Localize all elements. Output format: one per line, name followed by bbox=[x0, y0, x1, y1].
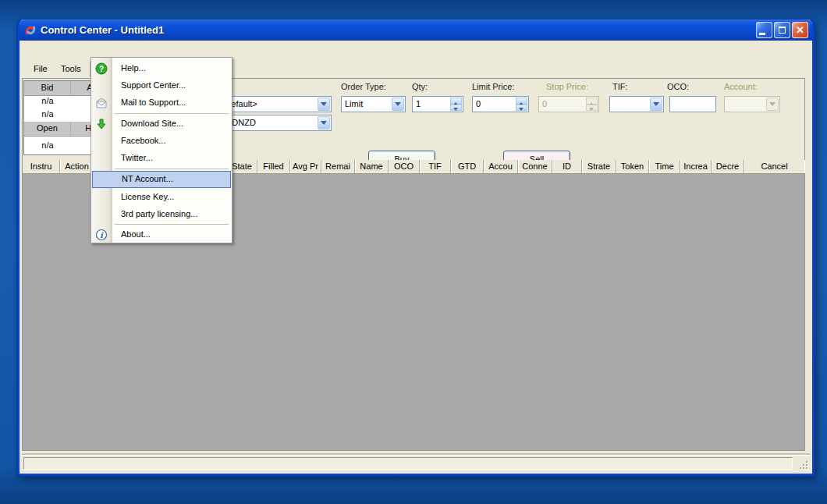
open-value: n/a bbox=[24, 140, 71, 150]
window-title: Control Center - Untitled1 bbox=[41, 24, 164, 36]
column-header[interactable]: Conne bbox=[518, 160, 552, 173]
qty-label: Qty: bbox=[412, 82, 428, 91]
chevron-down-icon[interactable] bbox=[318, 98, 330, 111]
menubar-tools[interactable]: Tools bbox=[55, 62, 87, 76]
column-header[interactable]: Time bbox=[649, 160, 680, 173]
chevron-down-icon bbox=[766, 98, 779, 111]
open-header[interactable]: Open bbox=[24, 122, 71, 136]
maximize-icon bbox=[779, 27, 786, 34]
column-header[interactable]: Strate bbox=[582, 160, 616, 173]
menu-item-download-site[interactable]: Download Site... bbox=[92, 115, 231, 133]
bid-value: n/a bbox=[24, 96, 71, 105]
chevron-down-icon[interactable] bbox=[392, 98, 404, 111]
tif-label: TIF: bbox=[612, 82, 628, 91]
menubar-file[interactable]: File bbox=[27, 62, 54, 76]
menu-item-about[interactable]: i About... bbox=[92, 226, 231, 243]
help-menu: ? Help... Support Center... Mail to Supp… bbox=[91, 57, 232, 243]
spin-down-icon[interactable] bbox=[516, 105, 527, 112]
minimize-button[interactable] bbox=[756, 22, 772, 38]
minimize-icon bbox=[759, 33, 765, 35]
account-template-combo[interactable]: <Default> bbox=[216, 96, 332, 112]
oco-input[interactable] bbox=[669, 96, 716, 112]
column-header[interactable]: Decre bbox=[712, 160, 744, 173]
spin-down-icon[interactable] bbox=[450, 105, 462, 112]
stop-price-stepper: 0 bbox=[538, 96, 599, 112]
close-button[interactable]: ✕ bbox=[792, 22, 808, 38]
spin-up-icon[interactable] bbox=[516, 98, 527, 105]
menu-item-help[interactable]: ? Help... bbox=[92, 60, 231, 77]
close-icon: ✕ bbox=[796, 25, 804, 35]
menu-item-nt-account[interactable]: NT Account... bbox=[92, 171, 231, 188]
column-header[interactable]: Name bbox=[355, 160, 389, 173]
control-center-window: Control Center - Untitled1 ✕ File Tools … bbox=[17, 20, 815, 476]
ninjatrader-logo-icon bbox=[24, 24, 37, 37]
column-header[interactable]: Increa bbox=[680, 160, 712, 173]
column-header[interactable]: TIF bbox=[420, 160, 451, 173]
tif-combo[interactable] bbox=[609, 96, 664, 112]
oco-label: OCO: bbox=[667, 82, 689, 91]
resize-grip[interactable] bbox=[797, 458, 807, 469]
mail-icon bbox=[95, 97, 108, 109]
column-header[interactable]: Cancel bbox=[744, 160, 804, 173]
menu-item-mail-to-support[interactable]: Mail to Support... bbox=[92, 94, 231, 112]
help-icon: ? bbox=[95, 62, 108, 75]
bid-value: n/a bbox=[24, 109, 71, 119]
menu-item-support-center[interactable]: Support Center... bbox=[92, 77, 231, 94]
menu-item-twitter[interactable]: Twitter... bbox=[92, 150, 231, 167]
column-header[interactable]: Remai bbox=[321, 160, 355, 173]
chevron-down-icon[interactable] bbox=[650, 98, 662, 111]
instrument-combo[interactable]: AUDNZD bbox=[216, 115, 332, 131]
spin-up-icon[interactable] bbox=[450, 98, 462, 105]
spin-down-icon bbox=[586, 105, 598, 112]
stop-price-label: Stop Price: bbox=[546, 82, 588, 91]
status-bar bbox=[22, 455, 810, 471]
menu-separator bbox=[115, 224, 229, 225]
column-header[interactable]: Action bbox=[60, 160, 94, 173]
order-type-combo[interactable]: Limit bbox=[341, 96, 406, 112]
download-icon bbox=[95, 118, 108, 130]
chevron-down-icon[interactable] bbox=[318, 116, 330, 130]
menu-separator bbox=[115, 113, 229, 114]
column-header[interactable]: Avg Pr bbox=[290, 160, 321, 173]
status-message bbox=[23, 457, 793, 470]
info-icon: i bbox=[95, 229, 108, 241]
column-header[interactable]: Token bbox=[616, 160, 649, 173]
maximize-button[interactable] bbox=[774, 22, 790, 38]
spin-up-icon bbox=[586, 98, 598, 105]
column-header[interactable]: GTD bbox=[451, 160, 484, 173]
account-label: Account: bbox=[724, 82, 758, 91]
limit-price-stepper[interactable]: 0 bbox=[472, 96, 529, 112]
column-header[interactable]: Accou bbox=[484, 160, 518, 173]
menu-item-facebook[interactable]: Facebook... bbox=[92, 133, 231, 150]
column-header[interactable]: Filled bbox=[257, 160, 290, 173]
bid-header[interactable]: Bid bbox=[24, 81, 71, 95]
menu-separator bbox=[115, 169, 229, 169]
menu-item-3rd-party-licensing[interactable]: 3rd party licensing... bbox=[92, 206, 231, 223]
column-header[interactable]: ID bbox=[552, 160, 582, 173]
title-bar[interactable]: Control Center - Untitled1 ✕ bbox=[20, 20, 812, 41]
qty-stepper[interactable]: 1 bbox=[412, 96, 463, 112]
order-type-label: Order Type: bbox=[341, 82, 386, 91]
limit-price-label: Limit Price: bbox=[472, 82, 514, 91]
desktop: Control Center - Untitled1 ✕ File Tools … bbox=[0, 0, 827, 504]
svg-text:?: ? bbox=[99, 65, 104, 73]
account-combo bbox=[724, 96, 780, 112]
column-header[interactable]: Instru bbox=[23, 160, 60, 173]
column-header[interactable]: OCO bbox=[389, 160, 420, 173]
menu-item-license-key[interactable]: License Key... bbox=[92, 189, 231, 206]
